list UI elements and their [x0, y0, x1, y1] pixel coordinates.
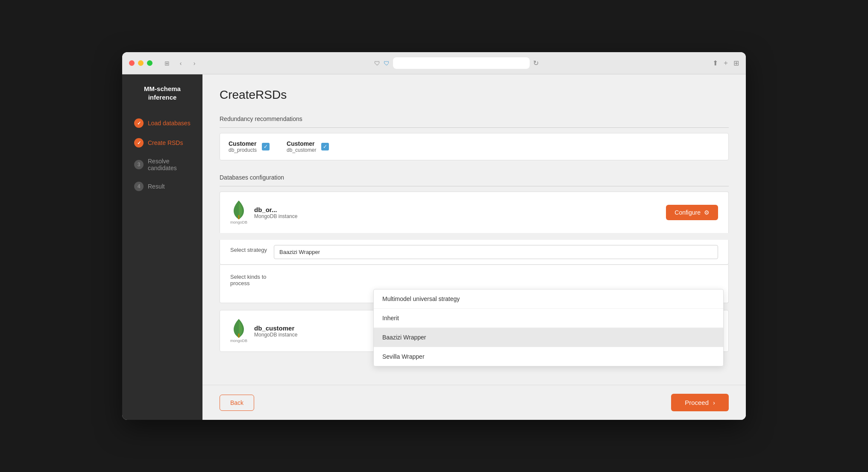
browser-chrome: ⊞ ‹ › 🛡 🛡 172.16.154.130 ↻ ⬆ ＋ ⊞ [122, 52, 746, 74]
redundancy-checkbox-1[interactable]: ✓ [321, 143, 329, 150]
mongodb-logo-customer: mongoDB [230, 319, 247, 343]
grid-icon[interactable]: ⊞ [733, 59, 739, 67]
dropdown-item-inherit[interactable]: Inherit [374, 309, 723, 328]
strategy-row: Select strategy Baazizi Wrapper [220, 240, 729, 265]
url-input[interactable]: 172.16.154.130 [393, 57, 530, 69]
db-config-section-label: Databases configuration [220, 174, 729, 181]
configure-orders-button[interactable]: Configure ⚙ [666, 205, 718, 220]
sidebar-toggle[interactable]: ⊞ [161, 57, 173, 69]
svg-rect-0 [238, 215, 240, 219]
mongodb-label-orders: mongoDB [230, 220, 247, 224]
redundancy-db-1: db_customer [287, 147, 316, 153]
db-orders-info: db_or... MongoDB instance [254, 206, 659, 219]
sidebar-label-result: Result [148, 183, 165, 190]
svg-rect-1 [238, 333, 240, 338]
db-config-divider [220, 186, 729, 186]
redundancy-divider [220, 127, 729, 128]
strategy-label: Select strategy [230, 245, 267, 253]
step-3-icon: 3 [134, 160, 144, 169]
footer: Back Proceed › [202, 385, 746, 420]
sidebar-title: MM-schema inference [129, 85, 196, 101]
proceed-label: Proceed [685, 399, 709, 406]
redundancy-name-0: Customer [229, 140, 257, 147]
sidebar-item-result[interactable]: 4 Result [129, 178, 196, 195]
redundancy-name-1: Customer [287, 140, 316, 147]
mongodb-logo-orders: mongoDB [230, 201, 247, 224]
sidebar: MM-schema inference ✓ Load databases ✓ C… [122, 74, 202, 420]
strategy-dropdown: Multimodel universal strategy Inherit Ba… [373, 289, 724, 366]
main-content: CreateRSDs Redundancy recommendations Cu… [202, 74, 746, 420]
step-4-icon: 4 [134, 182, 144, 191]
db-card-orders: mongoDB db_or... MongoDB instance Config… [220, 192, 729, 233]
strategy-selected-value: Baazizi Wrapper [279, 249, 320, 255]
refresh-icon[interactable]: ↻ [533, 59, 539, 67]
browser-icons-right: ⬆ ＋ ⊞ [713, 59, 739, 68]
share-icon[interactable]: ⬆ [713, 59, 718, 67]
redundancy-item-1: Customer db_customer ✓ [287, 140, 329, 153]
sidebar-label-create-rsds: Create RSDs [148, 139, 183, 146]
sidebar-item-resolve-candidates[interactable]: 3 Resolve candidates [129, 154, 196, 175]
proceed-button[interactable]: Proceed › [671, 394, 729, 411]
configure-gear-icon: ⚙ [704, 209, 710, 216]
traffic-light-green[interactable] [147, 60, 152, 66]
strategy-select[interactable]: Baazizi Wrapper [274, 245, 718, 259]
dropdown-item-multimodel[interactable]: Multimodel universal strategy [374, 289, 723, 309]
db-orders-type: MongoDB instance [254, 213, 659, 219]
redundancy-box: Customer db_products ✓ Customer db_custo… [220, 133, 729, 160]
forward-nav-button[interactable]: › [188, 57, 200, 69]
page-title: CreateRSDs [220, 88, 729, 102]
configure-label-orders: Configure [674, 209, 701, 216]
traffic-lights [129, 60, 152, 66]
new-tab-icon[interactable]: ＋ [722, 59, 729, 68]
browser-nav: ⊞ ‹ › [161, 57, 200, 69]
https-icon: 🛡 [384, 60, 390, 67]
dropdown-item-baazizi[interactable]: Baazizi Wrapper [374, 328, 723, 347]
mongodb-label-customer: mongoDB [230, 339, 247, 343]
redundancy-section-label: Redundancy recommendations [220, 115, 729, 122]
traffic-light-yellow[interactable] [138, 60, 144, 66]
db-orders-name: db_or... [254, 206, 659, 213]
sidebar-item-create-rsds[interactable]: ✓ Create RSDs [129, 135, 196, 151]
content-scroll: CreateRSDs Redundancy recommendations Cu… [202, 74, 746, 420]
security-icon: 🛡 [374, 60, 380, 67]
redundancy-checkbox-0[interactable]: ✓ [262, 143, 270, 150]
address-bar: 🛡 🛡 172.16.154.130 ↻ [205, 57, 707, 69]
redundancy-db-0: db_products [229, 147, 257, 153]
back-nav-button[interactable]: ‹ [175, 57, 187, 69]
sidebar-item-load-databases[interactable]: ✓ Load databases [129, 115, 196, 131]
back-button[interactable]: Back [220, 395, 254, 411]
step-2-icon: ✓ [134, 138, 144, 148]
traffic-light-red[interactable] [129, 60, 135, 66]
sidebar-label-resolve-candidates: Resolve candidates [148, 158, 191, 171]
sidebar-label-load-databases: Load databases [148, 120, 191, 127]
proceed-arrow-icon: › [713, 399, 715, 406]
redundancy-item-0: Customer db_products ✓ [229, 140, 270, 153]
step-1-icon: ✓ [134, 118, 144, 128]
kinds-label: Select kinds toprocess [230, 272, 267, 286]
dropdown-item-sevilla[interactable]: Sevilla Wrapper [374, 347, 723, 366]
